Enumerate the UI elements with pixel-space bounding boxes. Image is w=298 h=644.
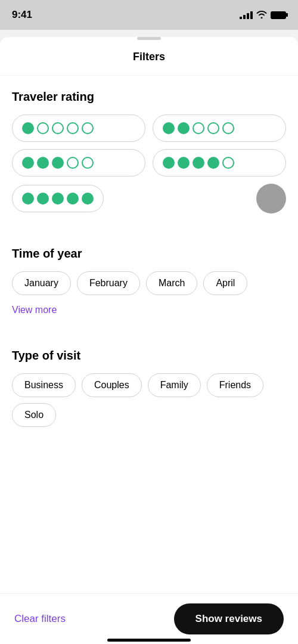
signal-icon: [240, 11, 253, 19]
dot-3-1: [22, 157, 34, 169]
dot-1-4: [67, 122, 79, 134]
wifi-icon: [256, 10, 267, 20]
dot-5-3: [52, 193, 64, 205]
rating-2-star[interactable]: [153, 114, 286, 142]
rating-grid-mid: [12, 149, 286, 177]
dot-5-4: [67, 193, 79, 205]
dot-3-3: [52, 157, 64, 169]
dot-5-1: [22, 193, 34, 205]
visit-type-couples[interactable]: Couples: [82, 373, 142, 397]
home-indicator: [107, 639, 191, 642]
type-of-visit-section: Type of visit Business Couples Family Fr…: [0, 335, 298, 499]
dot-3-4: [67, 157, 79, 169]
dot-2-2: [178, 122, 190, 134]
month-pills: January February March April: [12, 271, 286, 295]
visit-type-solo[interactable]: Solo: [12, 403, 56, 427]
dot-2-3: [193, 122, 204, 134]
traveler-rating-title: Traveler rating: [12, 90, 286, 104]
scroll-button[interactable]: [256, 184, 286, 213]
rating-5-star[interactable]: [12, 185, 104, 212]
dot-3-5: [82, 157, 94, 169]
time-of-year-section: Time of year January February March Apri…: [0, 233, 298, 315]
rating-grid-last: [12, 184, 286, 213]
visit-type-friends[interactable]: Friends: [207, 373, 263, 397]
status-icons: [240, 10, 286, 20]
dot-1-5: [82, 122, 94, 134]
month-march[interactable]: March: [146, 271, 197, 295]
dot-3-2: [37, 157, 49, 169]
view-more-button[interactable]: View more: [12, 305, 57, 315]
show-reviews-button[interactable]: Show reviews: [174, 603, 284, 634]
clear-filters-button[interactable]: Clear filters: [14, 613, 66, 625]
dot-1-3: [52, 122, 64, 134]
type-of-visit-title: Type of visit: [12, 349, 286, 363]
dot-1-2: [37, 122, 49, 134]
rating-3-star[interactable]: [12, 149, 145, 177]
dot-4-3: [193, 157, 204, 169]
visit-type-pills: Business Couples Family Friends Solo: [12, 373, 286, 427]
dot-4-2: [178, 157, 190, 169]
rating-1-star[interactable]: [12, 114, 145, 142]
time-of-year-title: Time of year: [12, 247, 286, 261]
dot-1-1: [22, 122, 34, 134]
bottom-bar: Clear filters Show reviews: [0, 593, 298, 644]
status-bar: 9:41: [0, 0, 298, 30]
dot-5-5: [82, 193, 94, 205]
visit-type-family[interactable]: Family: [148, 373, 201, 397]
status-time: 9:41: [12, 9, 32, 21]
dot-4-4: [207, 157, 219, 169]
rating-4-star[interactable]: [153, 149, 286, 177]
month-april[interactable]: April: [203, 271, 247, 295]
visit-type-business[interactable]: Business: [12, 373, 76, 397]
dot-2-1: [163, 122, 175, 134]
dot-4-1: [163, 157, 175, 169]
drag-handle[interactable]: [137, 37, 161, 40]
month-january[interactable]: January: [12, 271, 71, 295]
traveler-rating-section: Traveler rating: [0, 76, 298, 213]
battery-icon: [271, 11, 286, 19]
dot-5-2: [37, 193, 49, 205]
month-february[interactable]: February: [77, 271, 140, 295]
rating-grid-top: [12, 114, 286, 142]
dot-2-5: [222, 122, 234, 134]
dot-4-5: [222, 157, 234, 169]
dot-2-4: [207, 122, 219, 134]
sheet-title: Filters: [0, 46, 298, 76]
filter-sheet: Filters Traveler rating: [0, 37, 298, 644]
